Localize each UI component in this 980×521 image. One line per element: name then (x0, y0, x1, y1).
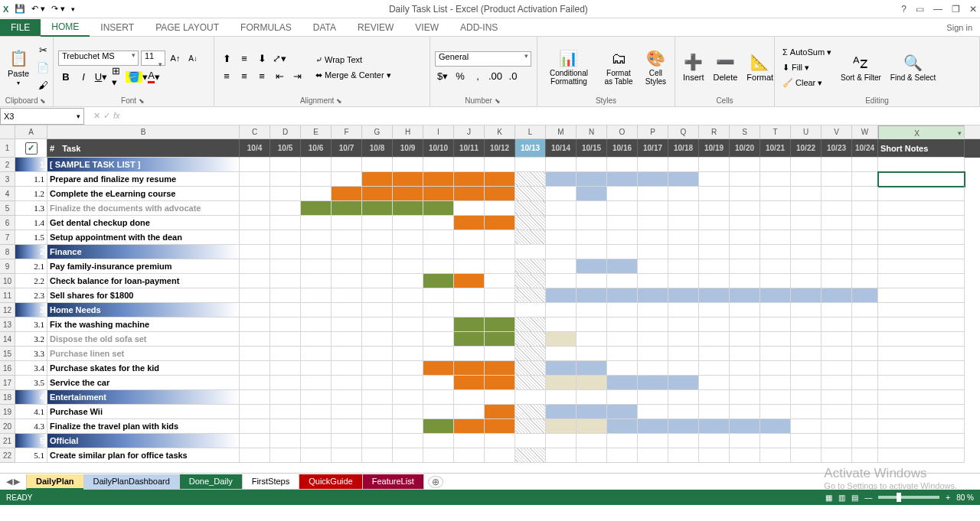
gantt-cell[interactable] (485, 376, 515, 390)
gantt-cell[interactable] (791, 390, 822, 405)
gantt-cell[interactable] (485, 201, 515, 216)
date-header-10/7[interactable]: 10/7 (332, 139, 362, 158)
gantt-cell[interactable] (668, 187, 699, 201)
col-header-R[interactable]: R (699, 125, 730, 138)
gantt-cell[interactable] (791, 376, 822, 390)
gantt-cell[interactable] (515, 288, 546, 303)
row-header-20[interactable]: 20 (0, 419, 15, 434)
date-header-10/8[interactable]: 10/8 (362, 139, 393, 158)
gantt-cell[interactable] (240, 405, 270, 419)
gantt-cell[interactable] (852, 216, 878, 230)
gantt-cell[interactable] (301, 390, 332, 405)
gantt-cell[interactable] (730, 361, 760, 376)
tab-data[interactable]: DATA (302, 19, 347, 36)
gantt-cell[interactable] (454, 448, 485, 463)
gantt-cell[interactable] (485, 230, 515, 245)
sheet-nav-prev-icon[interactable]: ◀ (6, 477, 12, 487)
gantt-cell[interactable] (760, 347, 791, 361)
gantt-cell[interactable] (301, 187, 332, 201)
gantt-cell[interactable] (699, 303, 730, 317)
gantt-cell[interactable] (730, 390, 760, 405)
gantt-cell[interactable] (638, 405, 668, 419)
gantt-cell[interactable] (852, 376, 878, 390)
gantt-cell[interactable] (699, 172, 730, 187)
gantt-cell[interactable] (699, 288, 730, 303)
gantt-cell[interactable] (423, 274, 454, 288)
date-header-10/11[interactable]: 10/11 (454, 139, 485, 158)
gantt-cell[interactable] (393, 390, 423, 405)
maximize-icon[interactable]: ❐ (952, 4, 960, 15)
date-header-10/5[interactable]: 10/5 (270, 139, 301, 158)
help-icon[interactable]: ? (901, 4, 906, 15)
gantt-cell[interactable] (240, 274, 270, 288)
col-header-A[interactable]: A (15, 125, 47, 138)
gantt-cell[interactable] (423, 317, 454, 332)
gantt-cell[interactable] (423, 303, 454, 317)
align-right-icon[interactable]: ≡ (254, 69, 270, 84)
italic-button[interactable]: I (76, 69, 91, 84)
gantt-cell[interactable] (362, 332, 393, 347)
gantt-cell[interactable] (454, 201, 485, 216)
gantt-cell[interactable] (301, 332, 332, 347)
undo-icon[interactable]: ↶ ▾ (31, 4, 45, 14)
border-button[interactable]: ⊞ ▾ (111, 69, 126, 84)
gantt-cell[interactable] (515, 274, 546, 288)
row-num-19[interactable]: 5 (15, 434, 47, 448)
gantt-cell[interactable] (730, 274, 760, 288)
row-header-6[interactable]: 6 (0, 216, 15, 230)
gantt-cell[interactable] (240, 158, 270, 172)
row-header-15[interactable]: 15 (0, 347, 15, 361)
date-header-10/18[interactable]: 10/18 (668, 139, 699, 158)
date-header-10/23[interactable]: 10/23 (822, 139, 852, 158)
gantt-cell[interactable] (730, 317, 760, 332)
gantt-cell[interactable] (852, 172, 878, 187)
gantt-cell[interactable] (760, 434, 791, 448)
increase-indent-icon[interactable]: ⇥ (289, 69, 305, 84)
underline-button[interactable]: U ▾ (93, 69, 109, 84)
gantt-cell[interactable] (638, 317, 668, 332)
gantt-cell[interactable] (730, 405, 760, 419)
gantt-cell[interactable] (301, 303, 332, 317)
gantt-cell[interactable] (393, 332, 423, 347)
gantt-cell[interactable] (852, 230, 878, 245)
col-header-H[interactable]: H (393, 125, 423, 138)
col-header-J[interactable]: J (454, 125, 485, 138)
delete-cells-button[interactable]: ➖Delete (710, 40, 741, 95)
col-header-M[interactable]: M (546, 125, 577, 138)
date-header-10/22[interactable]: 10/22 (791, 139, 822, 158)
gantt-cell[interactable] (240, 288, 270, 303)
gantt-cell[interactable] (822, 405, 852, 419)
gantt-cell[interactable] (791, 434, 822, 448)
row-header-10[interactable]: 10 (0, 274, 15, 288)
orientation-icon[interactable]: ⤢▾ (272, 51, 287, 67)
task-9[interactable]: Sell shares for $1800 (47, 288, 240, 303)
gantt-cell[interactable] (760, 259, 791, 274)
decrease-font-icon[interactable]: A↓ (185, 50, 201, 66)
tab-page-layout[interactable]: PAGE LAYOUT (145, 19, 230, 36)
gantt-cell[interactable] (515, 303, 546, 317)
gantt-cell[interactable] (240, 259, 270, 274)
gantt-cell[interactable] (270, 201, 301, 216)
gantt-cell[interactable] (240, 187, 270, 201)
gantt-cell[interactable] (515, 448, 546, 463)
font-color-button[interactable]: A▾ (146, 69, 162, 84)
row-header-14[interactable]: 14 (0, 332, 15, 347)
gantt-cell[interactable] (362, 216, 393, 230)
row-header-21[interactable]: 21 (0, 434, 15, 448)
date-header-10/10[interactable]: 10/10 (423, 139, 454, 158)
number-format-select[interactable]: General (435, 51, 531, 67)
gantt-cell[interactable] (822, 158, 852, 172)
gantt-cell[interactable] (638, 274, 668, 288)
gantt-cell[interactable] (515, 259, 546, 274)
col-header-B[interactable]: B (47, 125, 240, 138)
notes-cell-selected[interactable] (878, 158, 965, 172)
gantt-cell[interactable] (638, 419, 668, 434)
zoom-in-button[interactable]: + (946, 493, 950, 502)
gantt-cell[interactable] (332, 274, 362, 288)
gantt-cell[interactable] (791, 288, 822, 303)
gantt-cell[interactable] (270, 448, 301, 463)
task-17[interactable]: Purchase Wii (47, 405, 240, 419)
gantt-cell[interactable] (240, 172, 270, 187)
gantt-cell[interactable] (423, 448, 454, 463)
date-header-10/4[interactable]: 10/4 (240, 139, 270, 158)
